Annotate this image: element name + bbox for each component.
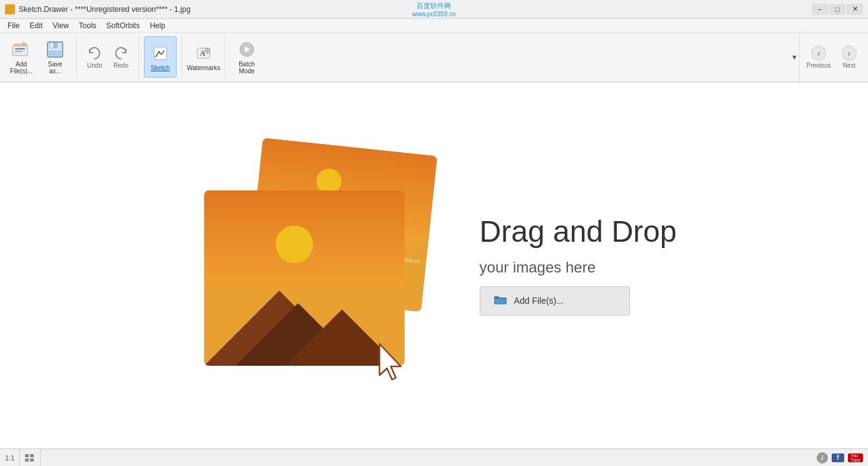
drop-zone: www.pc0359.cn Drag	[192, 140, 677, 391]
svg-rect-5	[23, 42, 25, 46]
image-scene	[204, 190, 405, 366]
undo-icon	[87, 46, 102, 61]
svg-rect-4	[15, 51, 23, 52]
close-button[interactable]: ✕	[847, 4, 863, 15]
svg-rect-21	[30, 458, 34, 462]
save-as-button[interactable]: Saveas...	[39, 36, 71, 78]
watermarks-button[interactable]: A Watermarks	[187, 36, 220, 78]
svg-rect-3	[15, 48, 25, 49]
toolbar: Add File(s)... Saveas...	[0, 33, 868, 83]
menu-view[interactable]: View	[48, 20, 74, 31]
sketch-icon	[150, 43, 170, 63]
folder-open-icon	[493, 293, 508, 309]
menu-bar: File Edit View Tools SoftOrbits Help	[0, 19, 868, 33]
redo-label: Redo	[113, 62, 128, 69]
redo-button[interactable]: Redo	[108, 36, 133, 78]
zoom-level: 1:1	[5, 454, 14, 462]
drag-drop-subtitle: your images here	[480, 259, 677, 276]
redo-icon	[113, 46, 128, 61]
menu-softorbits[interactable]: SoftOrbits	[101, 20, 145, 31]
svg-rect-11	[50, 52, 60, 54]
add-files-icon	[11, 39, 31, 60]
image-card-front	[204, 190, 405, 366]
watermarks-icon: A	[194, 43, 214, 63]
menu-help[interactable]: Help	[145, 20, 170, 31]
status-bar: 1:1 i f YouTube	[0, 448, 868, 466]
undo-button[interactable]: Undo	[82, 36, 107, 78]
toolbar-group-undoredo: Undo Redo	[82, 35, 139, 79]
toolbar-group-file: Add File(s)... Saveas...	[5, 35, 77, 79]
title-watermark: 百度软件网 www.pc0359.cn	[412, 1, 456, 18]
svg-rect-19	[30, 454, 34, 457]
view-icon	[25, 454, 35, 462]
next-label: Next	[842, 62, 855, 69]
add-files-label: Add File(s)...	[8, 61, 35, 75]
menu-edit[interactable]: Edit	[24, 20, 48, 31]
youtube-icon[interactable]: YouTube	[848, 453, 863, 462]
svg-rect-9	[51, 43, 53, 48]
menu-tools[interactable]: Tools	[74, 20, 101, 31]
add-files-button[interactable]: Add File(s)...	[5, 36, 38, 78]
minimize-button[interactable]: −	[812, 4, 828, 15]
batch-mode-button[interactable]: BatchMode	[230, 36, 263, 78]
status-zoom: 1:1	[5, 449, 20, 466]
next-button[interactable]: › Next	[835, 36, 864, 78]
svg-point-13	[158, 51, 160, 53]
add-files-drop-label: Add File(s)...	[514, 296, 564, 306]
svg-rect-20	[25, 458, 29, 462]
batch-icon	[237, 39, 257, 60]
save-label: Saveas...	[48, 61, 63, 75]
status-social-icons: i f YouTube	[817, 452, 863, 463]
watermark-site: 百度软件网	[412, 1, 456, 11]
toolbar-group-batch: BatchMode	[230, 35, 268, 79]
drop-text-area: Drag and Drop your images here Add File(…	[480, 215, 677, 316]
previous-label: Previous	[807, 62, 831, 69]
menu-file[interactable]: File	[3, 20, 24, 31]
watermark-url: www.pc0359.cn	[412, 11, 456, 18]
batch-label: BatchMode	[239, 61, 255, 75]
watermarks-label: Watermarks	[187, 65, 220, 71]
sketch-label: Sketch	[151, 65, 170, 71]
toolbar-expand[interactable]: ▾	[792, 52, 797, 62]
previous-button[interactable]: ‹ Previous	[805, 36, 833, 78]
previous-arrow-icon: ‹	[811, 46, 826, 61]
toolbar-group-watermarks: A Watermarks	[187, 35, 225, 79]
save-icon	[45, 39, 65, 60]
app-icon	[5, 4, 15, 14]
nav-panel: ‹ Previous › Next	[799, 33, 868, 81]
drop-illustration: www.pc0359.cn	[192, 140, 430, 391]
drag-drop-title: Drag and Drop	[480, 215, 677, 249]
sun	[276, 225, 313, 263]
yt-icon-label: YouTube	[850, 453, 860, 462]
svg-rect-18	[25, 454, 29, 457]
add-files-drop-button[interactable]: Add File(s)...	[480, 286, 630, 316]
window-controls: − □ ✕	[812, 4, 863, 15]
info-icon-label: i	[821, 454, 823, 462]
undo-label: Undo	[87, 62, 102, 69]
next-arrow-icon: ›	[842, 46, 857, 61]
fb-icon-label: f	[837, 454, 839, 461]
toolbar-group-sketch: Sketch	[144, 35, 182, 79]
main-content: www.pc0359.cn Drag	[0, 83, 868, 448]
info-icon[interactable]: i	[817, 452, 828, 463]
maximize-button[interactable]: □	[829, 4, 845, 15]
title-bar: Sketch.Drawer - ****Unregistered version…	[0, 0, 868, 19]
facebook-icon[interactable]: f	[832, 453, 844, 462]
sketch-button[interactable]: Sketch	[144, 36, 177, 78]
cursor-illustration	[373, 341, 411, 391]
status-view-toggle	[25, 449, 41, 466]
